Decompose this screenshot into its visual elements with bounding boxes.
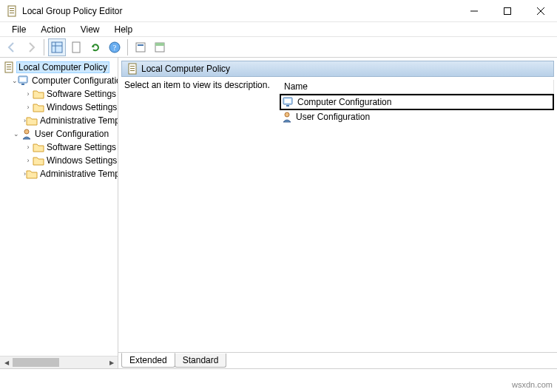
filter-button[interactable]: [151, 38, 169, 56]
tree-windows-settings-user[interactable]: › Windows Settings: [3, 154, 118, 167]
minimize-button[interactable]: [457, 0, 490, 22]
scroll-thumb[interactable]: [13, 358, 59, 367]
tree-panel: Local Computer Policy ⌄ Computer Configu…: [0, 58, 118, 368]
chevron-right-icon[interactable]: ›: [24, 143, 33, 151]
chevron-right-icon[interactable]: ›: [24, 104, 33, 111]
tree-windows-settings[interactable]: › Windows Settings: [3, 101, 118, 114]
folder-icon: [26, 168, 38, 180]
computer-icon: [18, 75, 30, 87]
tree-user-config[interactable]: ⌄ User Configuration: [3, 127, 118, 141]
chevron-down-icon[interactable]: ⌄: [12, 77, 18, 84]
computer-icon: [283, 96, 294, 108]
close-button[interactable]: [524, 0, 557, 22]
tree-admin-templates[interactable]: › Administrative Templates: [3, 114, 118, 127]
toolbar: [0, 37, 557, 58]
maximize-button[interactable]: [490, 0, 524, 22]
status-bar: [0, 368, 557, 385]
app-icon: [6, 5, 18, 17]
tab-extended[interactable]: Extended: [121, 353, 175, 368]
watermark: wsxdn.com: [512, 380, 553, 389]
description-column: Select an item to view its description.: [124, 80, 280, 352]
tree-label: Windows Settings: [47, 155, 117, 166]
policy-icon: [126, 63, 138, 75]
menu-action[interactable]: Action: [33, 23, 72, 36]
tab-standard[interactable]: Standard: [175, 354, 227, 368]
tree-label: Software Settings: [47, 142, 116, 152]
list-header[interactable]: Name: [280, 80, 554, 94]
menu-bar: File Action View Help: [0, 22, 557, 37]
folder-icon: [33, 155, 44, 166]
toolbar-separator: [44, 39, 44, 55]
chevron-right-icon[interactable]: ›: [24, 90, 33, 98]
scroll-track[interactable]: [13, 356, 105, 368]
export-list-button[interactable]: [67, 38, 85, 56]
tree-label: User Configuration: [35, 129, 109, 139]
list-item-label: User Configuration: [296, 112, 370, 122]
tree-admin-templates-user[interactable]: › Administrative Templates: [3, 167, 118, 180]
tree-root[interactable]: Local Computer Policy: [3, 61, 118, 74]
menu-view[interactable]: View: [73, 23, 107, 36]
panel-title: Local Computer Policy: [141, 64, 230, 74]
show-hide-tree-button[interactable]: [48, 38, 66, 56]
details-panel: Local Computer Policy Select an item to …: [118, 58, 557, 368]
list-item-computer-config[interactable]: Computer Configuration: [280, 94, 554, 110]
window-title: Local Group Policy Editor: [22, 6, 122, 16]
folder-icon: [33, 88, 44, 100]
chevron-down-icon[interactable]: ⌄: [12, 130, 21, 138]
tree-label: Windows Settings: [47, 102, 117, 112]
properties-button[interactable]: [132, 38, 149, 56]
tab-strip: Extended Standard: [118, 352, 557, 368]
panel-header: Local Computer Policy: [121, 61, 554, 77]
list-column: Name Computer Configuration User Configu…: [280, 80, 554, 352]
description-text: Select an item to view its description.: [124, 80, 280, 90]
menu-file[interactable]: File: [4, 23, 33, 36]
folder-icon: [33, 141, 44, 153]
help-button[interactable]: [106, 38, 124, 56]
folder-icon: [33, 101, 44, 113]
title-bar: Local Group Policy Editor: [0, 0, 557, 22]
chevron-right-icon[interactable]: ›: [24, 157, 33, 164]
tree-software-settings[interactable]: › Software Settings: [3, 87, 118, 101]
tree-root-label: Local Computer Policy: [16, 61, 109, 73]
tree-label: Computer Configuration: [32, 75, 118, 86]
back-button[interactable]: [3, 38, 21, 56]
column-name-header[interactable]: Name: [280, 80, 554, 93]
scroll-right-icon[interactable]: ▶: [105, 356, 118, 368]
tree-label: Administrative Templates: [40, 115, 118, 126]
svg-rect-19: [504, 7, 510, 14]
user-icon: [21, 128, 33, 140]
main-area: Local Computer Policy ⌄ Computer Configu…: [0, 58, 557, 368]
refresh-button[interactable]: [87, 38, 104, 56]
folder-icon: [26, 115, 38, 126]
tree-label: Administrative Templates: [40, 169, 118, 179]
tree-software-settings-user[interactable]: › Software Settings: [3, 141, 118, 154]
tree-horizontal-scrollbar[interactable]: ◀ ▶: [0, 356, 118, 368]
tree-computer-config[interactable]: ⌄ Computer Configuration: [3, 74, 118, 87]
menu-help[interactable]: Help: [107, 23, 141, 36]
tree-label: Software Settings: [47, 89, 116, 99]
scroll-left-icon[interactable]: ◀: [0, 356, 13, 368]
user-icon: [281, 111, 293, 123]
toolbar-separator: [127, 39, 128, 55]
forward-button[interactable]: [22, 38, 40, 56]
list-item-user-config[interactable]: User Configuration: [280, 110, 554, 124]
policy-icon: [3, 61, 15, 73]
list-item-label: Computer Configuration: [297, 97, 391, 107]
